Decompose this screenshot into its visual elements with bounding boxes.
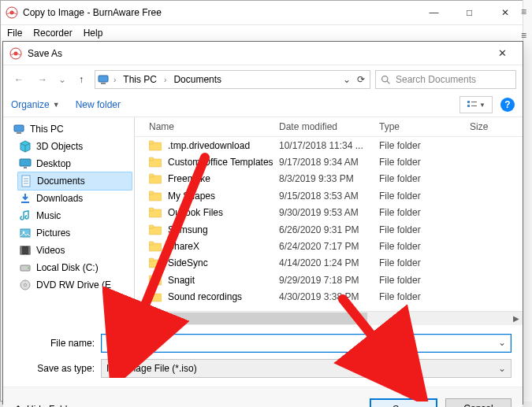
panel-icon-b: ≡ bbox=[521, 30, 526, 41]
col-size[interactable]: Size bbox=[470, 121, 523, 132]
address-bar[interactable]: › This PC › Documents ⌄ ⟳ bbox=[95, 70, 370, 89]
file-name: Freemake bbox=[168, 173, 210, 184]
col-date[interactable]: Date modified bbox=[279, 121, 379, 132]
file-date: 8/3/2019 9:33 PM bbox=[279, 173, 379, 184]
svg-rect-28 bbox=[20, 246, 22, 254]
col-type[interactable]: Type bbox=[379, 121, 470, 132]
tree-documents[interactable]: Documents bbox=[17, 172, 132, 191]
hide-folders-toggle[interactable]: ⌃ Hide Folders bbox=[14, 404, 80, 407]
view-options-button[interactable]: ▼ bbox=[459, 96, 493, 113]
menu-recorder[interactable]: Recorder bbox=[33, 28, 72, 39]
file-name: ShareX bbox=[168, 241, 199, 252]
views-icon bbox=[467, 100, 478, 109]
svg-rect-9 bbox=[467, 105, 470, 107]
table-row[interactable]: Outlook Files9/30/2019 9:53 AMFile folde… bbox=[135, 205, 523, 221]
file-name: Sound recordings bbox=[168, 291, 242, 302]
tree-downloads[interactable]: Downloads bbox=[8, 190, 134, 207]
svg-rect-41 bbox=[149, 191, 154, 194]
table-row[interactable]: .tmp.drivedownload10/17/2018 11:34 ...Fi… bbox=[135, 137, 523, 154]
svg-point-33 bbox=[24, 284, 27, 287]
file-type: File folder bbox=[379, 291, 470, 302]
window-controls: — □ ✕ bbox=[416, 1, 523, 24]
table-row[interactable]: My Shapes9/15/2018 3:53 AMFile folder bbox=[135, 187, 523, 204]
save-button[interactable]: Save bbox=[370, 398, 437, 407]
cancel-button[interactable]: Cancel bbox=[445, 398, 512, 407]
svg-rect-39 bbox=[149, 174, 154, 177]
file-date: 4/30/2019 3:38 PM bbox=[279, 291, 379, 302]
tree-music[interactable]: Music bbox=[8, 207, 134, 224]
filename-input[interactable]: ⌄ bbox=[101, 334, 512, 353]
maximize-button[interactable]: □ bbox=[452, 1, 487, 24]
svg-point-6 bbox=[382, 76, 388, 81]
svg-rect-37 bbox=[149, 157, 154, 161]
file-type: File folder bbox=[379, 257, 470, 268]
scroll-right-button[interactable]: ▶ bbox=[509, 312, 523, 325]
organize-button[interactable]: Organize ▼ bbox=[11, 99, 60, 110]
column-headers: Name Date modified Type Size bbox=[135, 117, 523, 137]
file-type: File folder bbox=[379, 173, 470, 184]
new-folder-button[interactable]: New folder bbox=[76, 99, 121, 110]
horizontal-scrollbar[interactable]: ▶ bbox=[135, 311, 523, 325]
file-type: File folder bbox=[379, 275, 470, 286]
file-date: 6/24/2020 7:17 PM bbox=[279, 241, 379, 252]
table-row[interactable]: Custom Office Templates9/17/2018 9:34 AM… bbox=[135, 154, 523, 170]
file-type: File folder bbox=[379, 207, 470, 218]
toolbar: Organize ▼ New folder ▼ ? bbox=[3, 93, 523, 117]
dialog-title: Save As bbox=[28, 48, 62, 59]
nav-forward-button[interactable]: → bbox=[33, 71, 52, 88]
file-date: 4/14/2020 1:24 PM bbox=[279, 257, 379, 268]
refresh-button[interactable]: ⟳ bbox=[357, 74, 365, 85]
col-name[interactable]: Name bbox=[149, 121, 279, 132]
dialog-close-button[interactable]: ✕ bbox=[486, 42, 518, 65]
tree-dvddrive[interactable]: DVD RW Drive (E bbox=[8, 276, 134, 294]
savetype-combobox[interactable]: ISO Image File (*.iso) ⌄ bbox=[101, 359, 512, 378]
svg-rect-8 bbox=[467, 101, 470, 103]
music-icon bbox=[19, 209, 32, 222]
table-row[interactable]: Snagit9/29/2019 7:18 PMFile folder bbox=[135, 272, 523, 288]
table-row[interactable]: ShareX6/24/2020 7:17 PMFile folder bbox=[135, 238, 523, 254]
svg-rect-29 bbox=[28, 246, 30, 254]
svg-rect-25 bbox=[20, 229, 30, 237]
pc-icon bbox=[97, 73, 110, 86]
file-type: File folder bbox=[379, 241, 470, 252]
breadcrumb-thispc[interactable]: This PC bbox=[120, 74, 160, 85]
chevron-down-icon[interactable]: ⌄ bbox=[498, 363, 506, 374]
tree-videos[interactable]: Videos bbox=[8, 242, 134, 259]
table-row[interactable]: SideSync4/14/2020 1:24 PMFile folder bbox=[135, 255, 523, 272]
save-as-dialog: Save As ✕ ← → ⌄ ↑ › This PC › Documents … bbox=[2, 41, 523, 405]
file-list: Name Date modified Type Size .tmp.drived… bbox=[135, 117, 523, 325]
menu-help[interactable]: Help bbox=[84, 28, 103, 39]
panel-icon-a: ≡ bbox=[521, 6, 526, 17]
file-date: 9/29/2019 7:18 PM bbox=[279, 275, 379, 286]
breadcrumb-documents[interactable]: Documents bbox=[170, 74, 225, 85]
search-input[interactable]: Search Documents bbox=[375, 70, 516, 89]
tree-3dobjects[interactable]: 3D Objects bbox=[8, 138, 134, 155]
svg-line-7 bbox=[387, 81, 389, 83]
svg-rect-13 bbox=[17, 132, 21, 134]
file-name: Samsung bbox=[168, 224, 208, 235]
tree-desktop[interactable]: Desktop bbox=[8, 155, 134, 172]
nav-history-dropdown[interactable]: ⌄ bbox=[57, 74, 68, 85]
file-date: 10/17/2018 11:34 ... bbox=[279, 140, 379, 151]
scrollbar-thumb[interactable] bbox=[135, 313, 367, 324]
table-row[interactable]: Sound recordings4/30/2019 3:38 PMFile fo… bbox=[135, 289, 523, 305]
close-button[interactable]: ✕ bbox=[487, 1, 523, 24]
nav-up-button[interactable]: ↑ bbox=[73, 71, 90, 88]
chevron-right-icon: › bbox=[111, 76, 118, 84]
menu-file[interactable]: File bbox=[7, 28, 22, 39]
tree-localdisk[interactable]: Local Disk (C:) bbox=[8, 259, 134, 276]
file-name: Snagit bbox=[168, 275, 195, 286]
minimize-button[interactable]: — bbox=[416, 1, 452, 24]
nav-row: ← → ⌄ ↑ › This PC › Documents ⌄ ⟳ Search… bbox=[3, 65, 523, 93]
svg-point-31 bbox=[28, 268, 29, 269]
chevron-down-icon[interactable]: ⌄ bbox=[498, 337, 506, 348]
nav-back-button[interactable]: ← bbox=[9, 71, 28, 88]
address-dropdown-icon[interactable]: ⌄ bbox=[343, 74, 351, 85]
file-name: Outlook Files bbox=[168, 207, 223, 218]
tree-pictures[interactable]: Pictures bbox=[8, 224, 134, 242]
table-row[interactable]: Samsung6/26/2020 9:31 PMFile folder bbox=[135, 221, 523, 238]
table-row[interactable]: Freemake8/3/2019 9:33 PMFile folder bbox=[135, 171, 523, 187]
help-button[interactable]: ? bbox=[500, 98, 515, 112]
tree-thispc[interactable]: This PC bbox=[8, 120, 134, 138]
chevron-right-icon: › bbox=[162, 76, 169, 84]
